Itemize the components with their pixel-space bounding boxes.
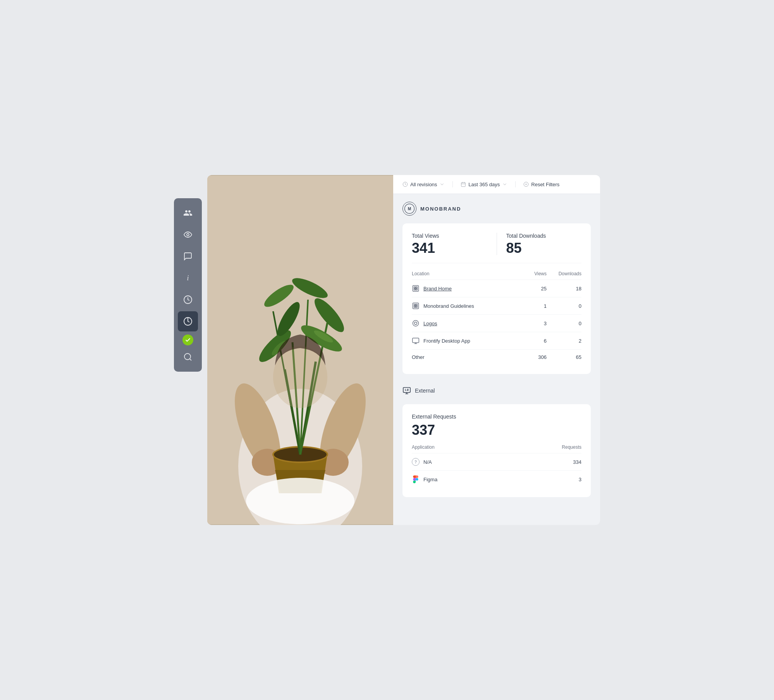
brand-header: M MONOBRAND [402,202,591,216]
logos-views: 3 [516,321,547,326]
date-filter-label: Last 365 days [468,182,500,187]
external-icon [402,386,411,395]
na-label: N/A [423,459,432,465]
total-downloads-block: Total Downloads 85 [497,233,582,255]
filter-divider [452,181,453,187]
content-area: M MONOBRAND Total Views 341 Total Downlo… [393,194,600,505]
svg-rect-40 [413,286,419,292]
svg-point-50 [413,321,419,326]
external-section-title: External [415,388,435,394]
sidebar-item-history[interactable] [178,290,198,310]
revisions-filter-btn[interactable]: All revisions [402,182,445,187]
desktop-downloads: 2 [547,338,581,344]
col-header-location: Location [412,271,516,276]
svg-rect-48 [414,306,415,307]
external-section-header: External [402,382,591,400]
table-row: Monobrand Guidelines 1 0 [412,297,581,314]
svg-rect-52 [413,338,419,343]
clock-filter-icon [402,182,408,187]
col-header-requests: Requests [543,444,581,450]
other-views: 306 [516,354,547,360]
brand-home-icon [412,285,420,292]
svg-rect-55 [403,388,410,393]
col-header-downloads: Downloads [547,271,581,276]
right-panel: All revisions Last 365 days [393,175,600,525]
figma-cell: Figma [412,475,543,483]
app-table-row: ? N/A 334 [412,453,581,470]
stats-divider [412,263,581,263]
svg-text:M: M [408,207,411,211]
guidelines-downloads: 0 [547,303,581,309]
logos-downloads: 0 [547,321,581,326]
svg-line-5 [190,359,191,360]
svg-rect-46 [414,304,415,305]
brand-home-downloads: 18 [547,286,581,292]
app-container: i [174,175,600,525]
table-row: Frontify Desktop App 6 2 [412,332,581,349]
svg-rect-47 [416,304,417,305]
total-downloads-label: Total Downloads [506,233,582,239]
figma-requests: 3 [543,477,581,482]
svg-rect-44 [416,289,417,290]
svg-point-28 [246,478,354,524]
chevron-down-icon [439,182,445,187]
stats-row: Total Views 341 Total Downloads 85 [412,233,581,255]
location-table-header: Location Views Downloads [412,271,581,280]
logos-link[interactable]: Logos [423,321,437,326]
brand-home-link[interactable]: Brand Home [423,286,452,292]
revisions-filter-label: All revisions [410,182,437,187]
logos-icon [412,319,420,327]
status-badge [182,335,193,345]
na-cell: ? N/A [412,458,543,466]
location-cell-logos: Logos [412,319,516,327]
svg-point-51 [415,322,417,325]
main-area: All revisions Last 365 days [207,175,600,525]
reset-filters-btn[interactable]: Reset Filters [523,182,559,187]
calendar-icon [461,182,466,187]
x-circle-icon [523,182,529,187]
na-icon: ? [412,458,420,466]
sidebar-item-info[interactable]: i [178,268,198,288]
date-filter-btn[interactable]: Last 365 days [461,182,507,187]
figma-icon [412,475,420,483]
total-views-block: Total Views 341 [412,233,497,255]
filter-divider-2 [515,181,516,187]
svg-point-4 [184,353,191,360]
svg-point-0 [187,233,189,236]
svg-rect-31 [461,182,466,187]
external-card: External Requests 337 Application Reques… [402,404,591,497]
chevron-down-date-icon [502,182,507,187]
svg-rect-45 [413,303,419,309]
svg-rect-43 [414,289,415,290]
col-header-application: Application [412,444,543,450]
sidebar-item-comments[interactable] [178,246,198,266]
total-views-value: 341 [412,241,487,255]
desktop-icon [412,337,420,345]
figma-label: Figma [423,477,437,482]
location-cell-other: Other [412,354,516,360]
desktop-views: 6 [516,338,547,344]
table-row: Other 306 65 [412,349,581,365]
sidebar-item-analytics[interactable] [178,311,198,331]
image-panel [207,175,393,525]
sidebar-item-views[interactable] [178,225,198,245]
svg-rect-41 [414,287,415,288]
location-cell-brand-home: Brand Home [412,285,516,292]
brand-name: MONOBRAND [420,206,461,212]
brand-home-views: 25 [516,286,547,292]
brand-logo: M [402,202,416,216]
table-row: Logos 3 0 [412,314,581,332]
sidebar-item-people[interactable] [178,203,198,223]
sidebar: i [174,198,202,372]
svg-rect-42 [416,287,417,288]
guidelines-icon [412,302,420,310]
external-requests-value: 337 [412,422,581,438]
location-cell-guidelines: Monobrand Guidelines [412,302,516,310]
col-header-views: Views [516,271,547,276]
sidebar-item-search[interactable] [178,347,198,367]
other-downloads: 65 [547,354,581,360]
total-downloads-value: 85 [506,241,582,255]
filter-bar: All revisions Last 365 days [393,175,600,194]
other-label: Other [412,354,425,360]
guidelines-label: Monobrand Guidelines [423,303,474,309]
